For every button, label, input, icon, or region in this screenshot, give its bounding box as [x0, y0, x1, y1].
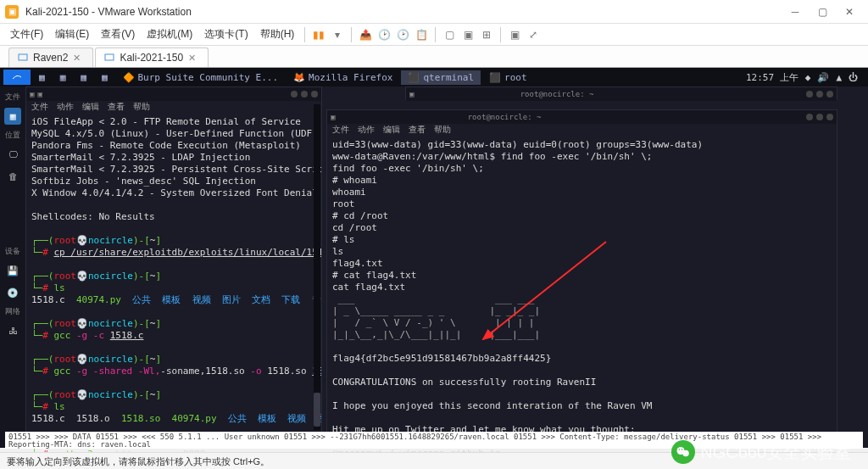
sidebar-label: 位置 [5, 130, 20, 141]
terminal-titlebar[interactable]: ▣ root@nocircle: ~ [327, 110, 837, 124]
menu-file[interactable]: 文件(F) [5, 25, 48, 44]
desktop-icon[interactable]: 🖵 [4, 146, 21, 163]
vmware-tabs: Raven2 ✕ Kali-2021-150 ✕ [0, 46, 868, 68]
terminal-titlebar[interactable]: ▣▣ [26, 87, 321, 101]
sidebar-label: 网络 [5, 306, 20, 317]
term-title: root@nocircle: ~ [468, 113, 542, 121]
term-menu[interactable]: 编辑 [383, 124, 400, 137]
term-menu[interactable]: 帮助 [434, 124, 451, 137]
cd-icon[interactable]: 💿 [4, 284, 21, 301]
term-menu[interactable]: 查看 [409, 124, 426, 137]
menu-view[interactable]: 查看(V) [96, 25, 140, 44]
panel-app-4[interactable]: ▦ [95, 70, 114, 85]
terminal-menubar: 文件 动作 编辑 查看 帮助 [26, 101, 321, 114]
svg-point-5 [679, 449, 681, 450]
svg-point-6 [682, 449, 683, 450]
send-icon[interactable]: 📤 [357, 26, 374, 43]
manage-icon[interactable]: 📋 [413, 26, 430, 43]
flag-line: flag4{df2bc5e951d91581467bb9a2a8ff4425} [332, 353, 551, 364]
disk-icon[interactable]: 💾 [4, 262, 21, 279]
term-menu[interactable]: 编辑 [82, 101, 99, 114]
terminal-right[interactable]: ▣ root@nocircle: ~ 文件 动作 编辑 查看 帮助 uid=33… [326, 109, 837, 442]
menu-edit[interactable]: 编辑(E) [50, 25, 94, 44]
terminal-output[interactable]: iOS FileApp < 2.0 - FTP Remote Denial of… [26, 114, 321, 469]
tab-kali[interactable]: Kali-2021-150 ✕ [95, 47, 209, 67]
watermark-text: NGC660安全实验室 [700, 441, 851, 464]
task-qterminal[interactable]: ⬛ qterminal [401, 70, 481, 85]
tab-label: Kali-2021-150 [120, 52, 183, 64]
fullscreen-icon[interactable]: ▢ [441, 26, 458, 43]
pause-icon[interactable]: ▮▮ [310, 26, 327, 43]
stretch-icon[interactable]: ⤢ [525, 26, 542, 43]
panel-tray: 12:57 上午 ◆ 🔊 ▲ ⏻ [746, 71, 865, 84]
panel-app-3[interactable]: ▦ [74, 70, 93, 85]
kali-menu-button[interactable] [3, 70, 31, 85]
svg-point-4 [682, 450, 689, 457]
status-text: 要将输入定向到该虚拟机，请将鼠标指针移入其中或按 Ctrl+G。 [7, 456, 270, 466]
console-icon[interactable]: ▣ [506, 26, 523, 43]
ascii-art: ___ ___ ___ | _ \_____ _____ _ _ |_ _|_ … [332, 293, 540, 340]
net-icon[interactable]: ◆ [805, 72, 811, 83]
watermark: NGC660安全实验室 [671, 440, 851, 464]
sidebar-label: 文件 [5, 92, 20, 103]
panel-app-2[interactable]: ▦ [53, 70, 73, 85]
maximize-button[interactable]: ▢ [809, 3, 836, 20]
term-menu[interactable]: 动作 [57, 101, 74, 114]
term-menu[interactable]: 帮助 [133, 101, 150, 114]
fit-icon[interactable]: ⊞ [478, 26, 495, 43]
task-root[interactable]: ⬛ root [482, 70, 534, 85]
term-title: root@nocircle: ~ [520, 90, 594, 98]
menu-help[interactable]: 帮助(H) [255, 25, 300, 44]
svg-rect-1 [105, 54, 114, 60]
close-button[interactable]: ✕ [836, 3, 863, 20]
vm-icon [104, 53, 114, 63]
vmware-titlebar: ▣ Kali-2021-150 - VMware Workstation ─ ▢… [0, 0, 868, 24]
file-manager-sidebar: 文件 ▦ 位置 🖵 🗑 设备 💾 💿 网络 🖧 [0, 87, 25, 448]
panel-app-1[interactable]: ▦ [32, 70, 52, 85]
svg-rect-0 [19, 54, 27, 60]
terminal-output[interactable]: uid=33(www-data) gid=33(www-data) euid=0… [327, 137, 837, 469]
clock[interactable]: 12:57 上午 [746, 71, 798, 84]
term-menu[interactable]: 查看 [108, 101, 125, 114]
tab-close-icon[interactable]: ✕ [73, 53, 81, 64]
notif-icon[interactable]: ▲ [836, 72, 842, 83]
guest-panel: ▦ ▦ ▦ ▦ 🔶 Burp Suite Community E... 🦊 Mo… [0, 68, 868, 87]
term-menu[interactable]: 动作 [358, 124, 375, 137]
tab-close-icon[interactable]: ✕ [188, 53, 196, 64]
menu-vm[interactable]: 虚拟机(M) [142, 25, 198, 44]
network-icon[interactable]: 🖧 [4, 322, 21, 339]
terminal-menubar: 文件 动作 编辑 查看 帮助 [327, 124, 837, 137]
vmware-logo-icon: ▣ [5, 5, 19, 19]
task-burp[interactable]: 🔶 Burp Suite Community E... [116, 70, 286, 85]
snap2-icon[interactable]: 🕑 [394, 26, 411, 43]
term-menu[interactable]: 文件 [31, 101, 48, 114]
window-title: Kali-2021-150 - VMware Workstation [25, 6, 782, 18]
trash-icon[interactable]: 🗑 [4, 168, 21, 185]
kali-logo-icon [12, 72, 22, 82]
snapshot-icon[interactable]: 🕑 [376, 26, 392, 43]
power-icon[interactable]: ⏻ [849, 72, 858, 83]
sidebar-label: 设备 [5, 246, 20, 257]
menu-tabs[interactable]: 选项卡(T) [199, 25, 253, 44]
tab-raven2[interactable]: Raven2 ✕ [8, 47, 93, 67]
term-menu[interactable]: 文件 [332, 124, 349, 137]
home-folder-icon[interactable]: ▦ [4, 108, 21, 125]
wechat-icon [671, 440, 695, 464]
vmware-menubar: 文件(F) 编辑(E) 查看(V) 虚拟机(M) 选项卡(T) 帮助(H) ▮▮… [0, 24, 868, 46]
terminal-right-small[interactable]: ▣ root@nocircle: ~ [405, 87, 837, 100]
tab-label: Raven2 [33, 52, 68, 64]
task-firefox[interactable]: 🦊 Mozilla Firefox [287, 70, 399, 85]
minimize-button[interactable]: ─ [782, 3, 809, 20]
vm-icon [18, 53, 28, 63]
guest-vm-display[interactable]: ▦ ▦ ▦ ▦ 🔶 Burp Suite Community E... 🦊 Mo… [0, 68, 868, 448]
vol-icon[interactable]: 🔊 [817, 72, 829, 83]
unity-icon[interactable]: ▣ [459, 26, 476, 43]
terminal-left[interactable]: ▣▣ 文件 动作 编辑 查看 帮助 iOS FileApp < 2.0 - FT… [25, 87, 322, 448]
dropdown-icon[interactable]: ▾ [329, 26, 346, 43]
scrollbar[interactable] [314, 104, 320, 430]
